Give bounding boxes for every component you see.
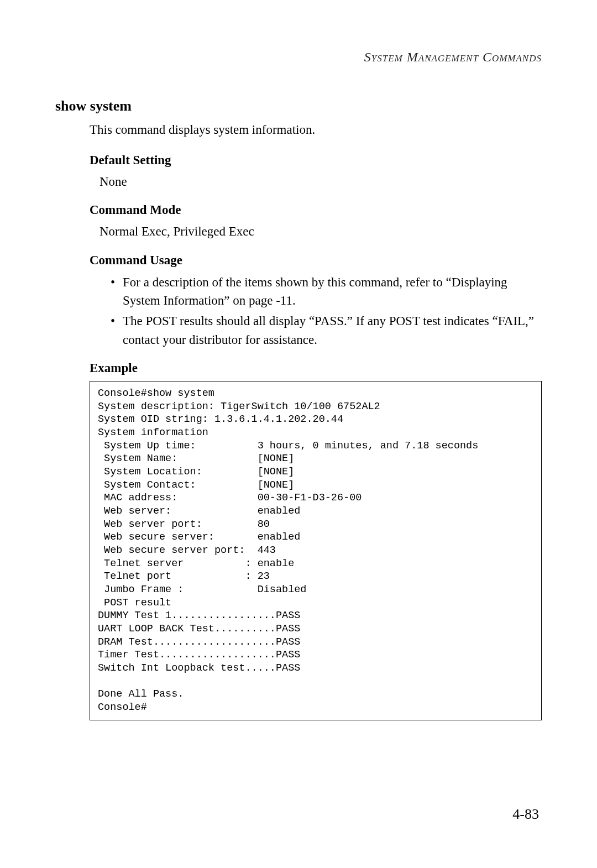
command-mode-title: Command Mode [90,203,542,217]
command-title: show system [55,98,542,114]
default-setting-title: Default Setting [90,153,542,168]
command-usage-list: For a description of the items shown by … [111,273,542,349]
example-code-block: Console#show system System description: … [90,381,542,720]
usage-item: For a description of the items shown by … [111,273,542,310]
default-setting-body: None [100,173,542,191]
command-intro: This command displays system information… [90,121,542,139]
page-header: System Management Commands [55,50,542,65]
command-mode-body: Normal Exec, Privileged Exec [100,223,542,240]
usage-item: The POST results should all display “PAS… [111,312,542,349]
page-number: 4-83 [512,806,539,823]
command-usage-title: Command Usage [90,253,542,268]
example-title: Example [90,361,542,375]
